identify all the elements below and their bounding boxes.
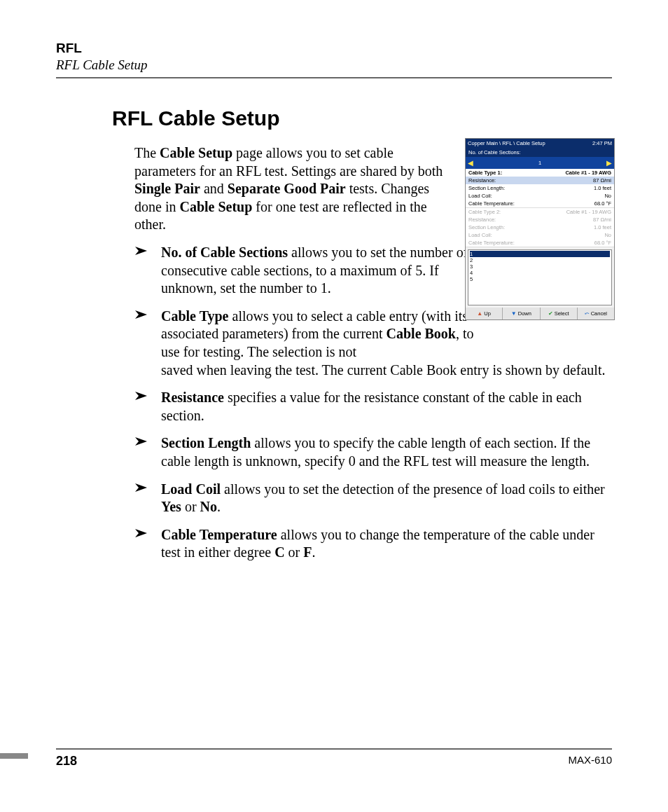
softkey-label: Down [518,310,531,317]
list-item: Section Length allows you to specify the… [134,434,612,470]
kv-val: Cable #1 - 19 AWG [565,170,611,176]
page-header-subtext: RFL Cable Setup [56,57,612,73]
back-arrow-icon: ⤺ [585,310,590,317]
bullet-arrow-icon [134,436,151,447]
kv-val: 68.0 °F [594,200,611,207]
kv-val: 1.0 feet [594,224,611,230]
bullet-arrow-icon [134,528,151,539]
softkey-label: Up [484,310,491,317]
text-bold: Resistance [161,390,224,405]
text-bold: Cable Temperature [161,527,277,542]
shot-number-spinner[interactable]: ◀ 1 ▶ [466,157,614,169]
chevron-right-icon[interactable]: ▶ [606,160,612,167]
list-item[interactable]: 3 [470,263,610,270]
bullet-arrow-icon [134,390,151,401]
text-bold: Cable Book [387,326,456,341]
text: or [181,499,200,514]
kv-val: 87 Ω/mi [593,216,611,223]
softkey-label: Select [555,310,569,317]
intro-paragraph: The Cable Setup page allows you to set c… [134,144,457,234]
softkey-label: Cancel [591,310,607,317]
kv-key: Section Length: [468,224,505,230]
shot-field-label: No. of Cable Sections: [466,148,614,157]
bullet-arrow-icon [134,482,151,493]
kv-key: Section Length: [468,185,505,191]
embedded-screenshot: Copper Main \ RFL \ Cable Setup 2:47 PM … [465,138,615,320]
text: allows you to set the detection of the p… [221,481,605,497]
list-item: Load Coil allows you to set the detectio… [134,481,612,516]
text: The [134,145,160,160]
chevron-left-icon[interactable]: ◀ [468,160,473,167]
down-button[interactable]: ▼Down [502,308,539,319]
triangle-up-icon: ▲ [477,310,482,317]
bullet-arrow-icon [134,245,151,256]
page-edge-marker [0,753,28,759]
kv-key: Resistance: [468,216,496,223]
kv-key: Cable Type 1: [468,170,502,176]
list-item[interactable]: 4 [470,270,610,276]
bullet-arrow-icon [134,309,151,320]
kv-key: Cable Temperature: [468,200,515,207]
kv-key: Cable Temperature: [468,240,515,246]
table-row[interactable]: Resistance:87 Ω/mi [466,177,614,184]
shot-softkeys: ▲Up ▼Down ✔Select ⤺Cancel [466,308,614,319]
text-bold: Cable Type [161,308,229,324]
up-button[interactable]: ▲Up [466,308,502,319]
text: . [312,544,316,560]
kv-val: 1.0 feet [594,185,611,191]
text: and [200,181,228,196]
kv-key: Load Coil: [468,193,492,199]
device-model: MAX-610 [568,754,612,769]
list-item[interactable]: 5 [470,276,610,282]
kv-val: Cable #1 - 19 AWG [566,209,611,215]
kv-key: Resistance: [468,177,496,184]
text-bold: Cable Setup [160,145,232,160]
kv-key: Load Coil: [468,232,492,238]
shot-section2: Cable Type 2:Cable #1 - 19 AWG Resistanc… [466,208,614,247]
list-item: Cable Temperature allows you to change t… [134,526,612,562]
text: specifies a value for the resistance con… [161,390,582,423]
shot-titlebar: Copper Main \ RFL \ Cable Setup 2:47 PM [466,139,614,148]
kv-val: 87 Ω/mi [593,177,611,184]
kv-val: No [604,193,611,199]
shot-clock: 2:47 PM [592,140,612,146]
kv-val: No [604,232,611,238]
kv-val: 68.0 °F [594,240,611,246]
text-bold: Separate Good Pair [228,181,346,196]
triangle-down-icon: ▼ [511,310,517,317]
kv-key: Cable Type 2: [468,209,501,215]
text: . [217,499,221,514]
text-bold: F [303,544,312,560]
text-bold: No [200,499,217,514]
shot-listbox[interactable]: 1 2 3 4 5 [468,249,612,305]
page-footer: 218 MAX-610 [56,748,612,769]
list-item: Resistance specifies a value for the res… [134,389,612,425]
shot-breadcrumb: Copper Main \ RFL \ Cable Setup [468,140,545,146]
cancel-button[interactable]: ⤺Cancel [577,308,614,319]
text: saved when leaving the test. The current… [161,362,605,378]
text-bold: Single Pair [134,181,200,196]
text-bold: C [274,544,284,560]
text-bold: No. of Cable Sections [161,245,288,260]
select-button[interactable]: ✔Select [540,308,577,319]
check-icon: ✔ [548,310,553,317]
text-bold: Yes [161,499,181,514]
shot-section1: Cable Type 1:Cable #1 - 19 AWG Resistanc… [466,169,614,208]
page-number: 218 [56,754,77,769]
shot-spinner-value: 1 [538,160,541,166]
text-bold: Cable Setup [179,199,252,214]
list-item[interactable]: 2 [470,257,610,263]
text-bold: Section Length [161,435,251,450]
text-bold: Load Coil [161,481,221,497]
section-title: RFL Cable Setup [112,106,612,130]
list-item[interactable]: 1 [470,251,610,257]
text: or [285,544,304,560]
page-header: RFL RFL Cable Setup [56,41,612,78]
page-header-category: RFL [56,41,612,56]
